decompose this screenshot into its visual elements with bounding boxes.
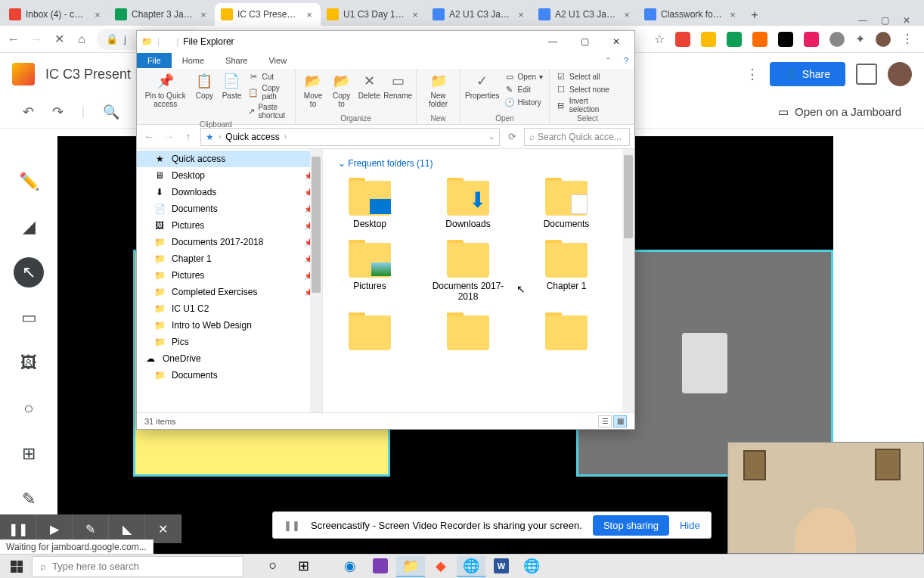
ribbon-tab-file[interactable]: File — [137, 53, 172, 68]
delete-button[interactable]: ✕Delete — [357, 70, 381, 101]
start-button[interactable] — [3, 556, 30, 577]
folder-partial[interactable] — [430, 311, 506, 353]
stop-sharing-button[interactable]: Stop sharing — [593, 515, 669, 536]
taskbar-search[interactable]: ⌕ Type here to search — [32, 556, 243, 577]
select-none-button[interactable]: ☐Select none — [554, 83, 621, 95]
ext-icon-4[interactable] — [752, 32, 767, 47]
ribbon-collapse-icon[interactable]: ⌃ — [599, 56, 618, 66]
close-icon[interactable]: × — [516, 9, 526, 20]
chrome-icon[interactable]: 🌐 — [457, 556, 485, 577]
copy-button[interactable]: 📋Copy — [192, 70, 216, 101]
star-icon[interactable]: ☆ — [654, 32, 665, 46]
minimize-button[interactable]: — — [539, 36, 566, 47]
nav-item-onedrive[interactable]: ☁OneDrive — [137, 350, 322, 367]
nav-item-pics[interactable]: 📁Pics — [137, 334, 322, 350]
brave-icon[interactable]: ◆ — [426, 556, 455, 577]
extensions-icon[interactable]: ✦ — [855, 32, 865, 46]
navigation-pane[interactable]: ★Quick access🖥Desktop📌⬇Downloads📌📄Docume… — [137, 149, 323, 412]
close-icon[interactable]: × — [727, 9, 738, 20]
tab-ic-c3[interactable]: IC C3 Presenta... × — [215, 3, 321, 26]
help-icon[interactable]: ? — [618, 56, 634, 65]
navpane-scrollbar[interactable] — [310, 149, 322, 412]
folder-pictures[interactable]: Pictures — [332, 238, 408, 302]
sticky-note-tool[interactable]: ▭ — [14, 303, 44, 333]
folder-desktop[interactable]: Desktop — [332, 176, 408, 229]
maximize-icon[interactable]: ▢ — [881, 15, 889, 26]
open-on-jamboard-button[interactable]: ▭ Open on a Jamboard — [778, 105, 901, 119]
folder-partial[interactable] — [529, 311, 604, 353]
folder-documents[interactable]: Documents — [529, 176, 604, 229]
nav-item-pictures[interactable]: 📁Pictures📌 — [137, 267, 322, 284]
nav-item-documents[interactable]: 📁Documents — [137, 367, 322, 384]
explorer-titlebar[interactable]: 📁 | | File Explorer — ▢ ✕ — [137, 31, 634, 52]
tab-u1c3[interactable]: U1 C3 Day 1 C... × — [321, 3, 426, 26]
close-icon[interactable]: × — [622, 9, 632, 20]
home-button[interactable]: ⌂ — [74, 32, 89, 47]
zoom-button[interactable]: 🔍 — [103, 104, 119, 120]
folder-downloads[interactable]: ⬇Downloads — [430, 176, 506, 229]
search-input[interactable]: ⌕ Search Quick acce... — [524, 128, 630, 146]
select-all-button[interactable]: ☑Select all — [554, 70, 621, 82]
user-avatar[interactable] — [888, 62, 912, 86]
chrome-icon-2[interactable]: 🌐 — [517, 556, 546, 577]
ribbon-tab-view[interactable]: View — [258, 53, 297, 68]
share-button[interactable]: 👤 Share — [770, 62, 845, 86]
nav-item-documents-2017-2018[interactable]: 📁Documents 2017-2018📌 — [137, 234, 322, 250]
jamboard-logo-icon[interactable] — [12, 63, 35, 85]
app-icon-purple[interactable] — [366, 556, 395, 577]
back-button[interactable]: ← — [6, 32, 21, 47]
edit-button[interactable]: ✎Edit — [503, 83, 544, 95]
text-tool[interactable]: ⊞ — [14, 439, 44, 469]
stop-button[interactable]: ✕ — [51, 32, 67, 47]
eraser-tool[interactable]: ◢ — [14, 212, 44, 242]
invert-selection-button[interactable]: ⊟Invert selection — [554, 96, 621, 114]
refresh-button[interactable]: ⟳ — [504, 131, 519, 142]
copy-path-button[interactable]: 📋Copy path — [247, 83, 290, 101]
pen-tool[interactable]: ✏️ — [14, 166, 44, 197]
minimize-icon[interactable]: — — [858, 15, 867, 26]
image-tool[interactable]: 🖼 — [14, 348, 44, 378]
more-menu-icon[interactable]: ⋮ — [746, 66, 759, 82]
word-icon[interactable]: W — [487, 556, 516, 577]
tab-a2u1c3-1[interactable]: A2 U1 C3 Jam... × — [426, 3, 532, 26]
frame-picker-icon[interactable] — [856, 64, 877, 85]
close-icon[interactable]: ✕ — [903, 15, 910, 26]
paste-shortcut-button[interactable]: ↗Paste shortcut — [247, 102, 290, 120]
chevron-down-icon[interactable]: ⌄ — [488, 132, 495, 141]
tab-a2u1c3-2[interactable]: A2 U1 C3 Jam... × — [532, 3, 638, 26]
webcam-overlay[interactable] — [727, 442, 924, 554]
jam-title[interactable]: IC C3 Present — [45, 67, 131, 82]
folder-partial[interactable] — [332, 311, 408, 353]
rename-button[interactable]: ▭Rename — [384, 70, 411, 101]
close-icon[interactable]: × — [92, 9, 103, 20]
paste-button[interactable]: 📄Paste — [219, 70, 243, 101]
move-to-button[interactable]: 📂Move to — [300, 70, 326, 110]
nav-item-pictures[interactable]: 🖼Pictures📌 — [137, 217, 322, 234]
nav-forward-button[interactable]: → — [161, 131, 176, 142]
pin-quick-access-button[interactable]: 📌Pin to Quick access — [141, 70, 189, 110]
ext-icon-1[interactable] — [675, 32, 690, 47]
shape-tool[interactable]: ○ — [14, 393, 44, 424]
ext-icon-7[interactable] — [829, 32, 845, 47]
cortana-icon[interactable]: ○ — [259, 556, 287, 577]
folder-documents-2017-2018[interactable]: Documents 2017-2018 — [430, 238, 506, 302]
undo-button[interactable]: ↶ — [23, 104, 34, 120]
content-scrollbar[interactable] — [622, 149, 634, 412]
details-view-icon[interactable]: ☰ — [598, 415, 612, 427]
task-view-icon[interactable]: ⊞ — [289, 556, 318, 577]
ribbon-tab-home[interactable]: Home — [172, 53, 215, 68]
close-icon[interactable]: × — [198, 9, 209, 20]
ribbon-tab-share[interactable]: Share — [215, 53, 258, 68]
ext-icon-6[interactable] — [804, 32, 819, 47]
new-folder-button[interactable]: 📁New folder — [421, 70, 455, 110]
copy-to-button[interactable]: 📂Copy to — [329, 70, 354, 110]
select-tool[interactable]: ↖ — [14, 257, 44, 287]
maximize-button[interactable]: ▢ — [571, 36, 598, 47]
open-button[interactable]: ▭Open ▾ — [503, 70, 544, 82]
nav-item-quick-access[interactable]: ★Quick access — [137, 151, 322, 167]
laser-tool[interactable]: ✎ — [14, 484, 44, 514]
ext-icon-5[interactable] — [778, 32, 793, 47]
profile-avatar[interactable] — [876, 32, 891, 47]
properties-button[interactable]: ✓Properties — [465, 70, 500, 101]
edge-icon[interactable]: ◉ — [336, 556, 364, 577]
